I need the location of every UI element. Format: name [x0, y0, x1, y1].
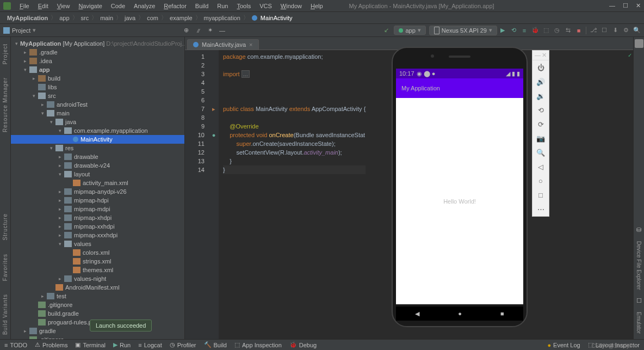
- close-tab-icon[interactable]: ×: [249, 41, 252, 48]
- menu-navigate[interactable]: Navigate: [74, 3, 106, 9]
- tree-item[interactable]: ▸values-night: [11, 274, 184, 283]
- nav-back-icon[interactable]: ◀: [415, 310, 419, 317]
- tool-todo[interactable]: ≡TODO: [4, 342, 27, 348]
- tool-device-explorer[interactable]: Device File Explorer: [636, 241, 642, 290]
- menu-refactor[interactable]: Refactor: [159, 3, 191, 9]
- emulator-tool-icon[interactable]: ☐: [636, 297, 642, 304]
- coverage-icon[interactable]: ⬚: [542, 27, 550, 34]
- nav-recent-icon[interactable]: ■: [500, 310, 504, 317]
- run-gutter-icon[interactable]: ▸: [212, 105, 215, 113]
- crumb[interactable]: myapplication: [202, 15, 242, 21]
- tree-item[interactable]: ▾main: [11, 109, 184, 118]
- tree-item[interactable]: .gitignore: [11, 300, 184, 309]
- emu-overview-icon[interactable]: □: [532, 188, 549, 202]
- menu-view[interactable]: View: [53, 3, 75, 9]
- phone-screen[interactable]: 10:17 ◉ ⬤ ● ◢▮▮ My Application Hello Wor…: [396, 69, 523, 304]
- apply-changes-icon[interactable]: ⟲: [510, 27, 517, 34]
- emu-close-icon[interactable]: ✕: [542, 52, 547, 59]
- tree-item[interactable]: themes.xml: [11, 266, 184, 274]
- crumb[interactable]: com: [145, 15, 160, 21]
- tree-item[interactable]: ▾src: [11, 91, 184, 100]
- tool-logcat[interactable]: ≡Logcat: [138, 342, 162, 348]
- tool-event-log[interactable]: ●Event Log: [547, 341, 580, 348]
- tool-emulator[interactable]: Emulator: [636, 312, 642, 334]
- tool-resource-manager[interactable]: Resource Manager: [2, 77, 8, 132]
- emu-rotate-left-icon[interactable]: ⟲: [532, 103, 549, 117]
- ide-settings-icon[interactable]: ⚙: [622, 27, 630, 34]
- tree-item[interactable]: ▸.gradle: [11, 48, 184, 57]
- tool-build-variants[interactable]: Build Variants: [2, 294, 8, 335]
- maximize-icon[interactable]: ☐: [623, 2, 628, 9]
- tool-terminal[interactable]: ▣Terminal: [75, 341, 106, 348]
- tree-root[interactable]: ▾MyApplication [My Application] D:\proje…: [11, 39, 184, 48]
- tool-structure[interactable]: Structure: [2, 213, 8, 241]
- split-icon[interactable]: ⫽: [194, 27, 202, 34]
- profile-icon[interactable]: ◷: [553, 27, 561, 34]
- tree-item[interactable]: ▸mipmap-xhdpi: [11, 213, 184, 222]
- menu-build[interactable]: Build: [191, 3, 213, 9]
- emu-volume-up-icon[interactable]: 🔊: [532, 75, 549, 89]
- emu-minimize-icon[interactable]: —: [535, 52, 541, 59]
- tool-build[interactable]: 🔨Build: [204, 341, 227, 348]
- tree-item[interactable]: ▸mipmap-anydpi-v26: [11, 187, 184, 196]
- crumb[interactable]: main: [98, 15, 115, 21]
- emu-home-icon[interactable]: ○: [532, 174, 549, 188]
- tree-item[interactable]: ▾java: [11, 118, 184, 126]
- menu-analyze[interactable]: Analyze: [129, 3, 159, 9]
- tool-profiler[interactable]: ◷Profiler: [170, 341, 196, 348]
- tree-item[interactable]: ▾values: [11, 240, 184, 248]
- tree-item[interactable]: ▾res: [11, 144, 184, 152]
- emulator-window[interactable]: 10:17 ◉ ⬤ ● ◢▮▮ My Application Hello Wor…: [392, 47, 528, 327]
- tree-item[interactable]: ▸mipmap-mdpi: [11, 205, 184, 213]
- target-icon[interactable]: ⊕: [182, 27, 190, 34]
- emu-volume-down-icon[interactable]: 🔉: [532, 89, 549, 103]
- tree-item[interactable]: strings.xml: [11, 257, 184, 266]
- tree-item[interactable]: AndroidManifest.xml: [11, 283, 184, 292]
- source-code[interactable]: package com.example.myapplication; impor…: [219, 50, 366, 339]
- db-icon[interactable]: ⛁: [636, 226, 641, 234]
- crumb[interactable]: example: [168, 15, 194, 21]
- tree-item[interactable]: ▸.idea: [11, 57, 184, 65]
- override-gutter-icon[interactable]: ●: [212, 131, 216, 139]
- tree-item[interactable]: ▸drawable-v24: [11, 161, 184, 170]
- stop-icon[interactable]: ■: [575, 27, 583, 34]
- crumb-root[interactable]: MyApplication: [5, 15, 49, 21]
- emu-screenshot-icon[interactable]: 📷: [532, 131, 549, 145]
- tree-item[interactable]: ▾layout: [11, 170, 184, 179]
- crumb[interactable]: java: [123, 15, 137, 21]
- tree-item[interactable]: ▸drawable: [11, 152, 184, 161]
- tree-item[interactable]: ▸mipmap-hdpi: [11, 196, 184, 205]
- crumb[interactable]: app: [58, 15, 71, 21]
- emu-zoom-icon[interactable]: 🔍: [532, 145, 549, 159]
- settings-icon[interactable]: ✶: [206, 27, 214, 34]
- menu-edit[interactable]: Edit: [34, 3, 53, 9]
- tree-item[interactable]: ▸build: [11, 74, 184, 83]
- menu-tools[interactable]: Tools: [233, 3, 256, 9]
- tool-app-inspection[interactable]: ⬚App Inspection: [234, 341, 282, 348]
- menu-file[interactable]: File: [15, 3, 34, 9]
- debug-icon[interactable]: 🐞: [531, 27, 539, 34]
- crumb-current[interactable]: MainActivity: [259, 15, 294, 21]
- tool-run[interactable]: ▶Run: [113, 341, 131, 348]
- tree-item[interactable]: ▸test: [11, 292, 184, 300]
- nav-home-icon[interactable]: ●: [458, 310, 462, 317]
- inspection-ok-icon[interactable]: ✓: [628, 52, 632, 58]
- tree-item[interactable]: ▸mipmap-xxxhdpi: [11, 231, 184, 240]
- emu-rotate-right-icon[interactable]: ⟳: [532, 117, 549, 131]
- tree-item[interactable]: build.gradle: [11, 309, 184, 318]
- menu-help[interactable]: Help: [306, 3, 327, 9]
- crumb[interactable]: src: [79, 15, 91, 21]
- tool-problems[interactable]: ⚠Problems: [35, 341, 67, 348]
- collapse-icon[interactable]: —: [218, 27, 226, 34]
- menu-window[interactable]: Window: [276, 3, 306, 9]
- tool-project[interactable]: Project: [2, 44, 8, 64]
- menu-run[interactable]: Run: [213, 3, 232, 9]
- run-config-dropdown[interactable]: app ▾: [394, 26, 425, 35]
- tree-item[interactable]: activity_main.xml: [11, 179, 184, 187]
- tree-item[interactable]: ▸mipmap-xxhdpi: [11, 222, 184, 231]
- attach-icon[interactable]: ⇆: [564, 27, 572, 34]
- menu-code[interactable]: Code: [107, 3, 129, 9]
- tree-item[interactable]: ▾com.example.myapplication: [11, 126, 184, 135]
- editor-tab[interactable]: MainActivity.java ×: [187, 39, 259, 50]
- sync-icon[interactable]: ↙: [382, 27, 390, 34]
